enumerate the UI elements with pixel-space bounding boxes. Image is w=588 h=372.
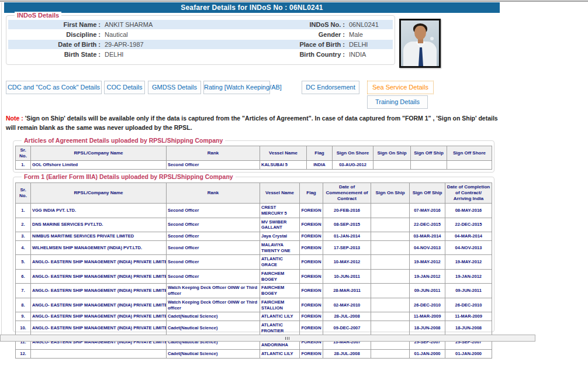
- table-cell: 01-JAN-2000: [445, 350, 492, 359]
- table-header-row: Sr. No.RPSL/Company NameRankVessel NameF…: [16, 183, 492, 204]
- table-cell: Watch Keeping Deck Officer OINW or Third…: [167, 298, 260, 312]
- table-row: 12.Cadet(Nautical Science)ATLANTIC LILYF…: [16, 350, 492, 359]
- table-cell: 17-SEP-2013: [323, 240, 371, 255]
- column-header: Vessel Name: [260, 146, 307, 161]
- table-cell: GOL Offshore Limited: [31, 161, 167, 170]
- table-cell: FOREIGN: [300, 255, 323, 270]
- table-row: 2.DNS MARINE SERVICES PVT.LTD.Second Off…: [16, 218, 492, 232]
- table-cell: FOREIGN: [300, 240, 323, 255]
- table-cell: 11-MAR-2009: [445, 312, 492, 321]
- tab-sea-service-details[interactable]: Sea Service Details: [367, 81, 434, 94]
- column-header: Sign Off Shore: [447, 146, 492, 161]
- tab-gmdss-details[interactable]: GMDSS Details: [148, 81, 201, 94]
- tab-dc-endorsement[interactable]: DC Endorsement: [302, 81, 359, 94]
- table-cell: 04-NOV-2013: [410, 240, 445, 255]
- table-cell: FOREIGN: [300, 218, 323, 232]
- tab-rating-watch-keeping-ab[interactable]: Rating [Watch Keeping/AB]: [203, 81, 270, 94]
- table-cell: Cadet(Nautical Science): [167, 312, 260, 321]
- table-cell: Cadet(Nautical Science): [167, 350, 260, 359]
- table-cell: 10.: [16, 321, 31, 336]
- column-header: Sign Off Ship: [411, 146, 447, 161]
- table-cell: FOREIGN: [300, 321, 323, 336]
- column-header: Rank: [167, 183, 260, 204]
- table-cell: 28-MAR-2011: [323, 284, 371, 298]
- table-cell: 09-JUN-2011: [445, 284, 492, 298]
- table-cell: [371, 350, 410, 359]
- detail-row-first-name: First Name : ANKIT SHARMA INDoS No. : 06…: [8, 20, 393, 29]
- table-row: 5.ANGLO- EASTERN SHIP MANAGEMENT (INDIA)…: [16, 255, 492, 270]
- table-cell: 1.: [16, 204, 31, 218]
- table-cell: Second Officer: [167, 161, 260, 170]
- table-cell: [371, 240, 410, 255]
- column-header: Date of Completion of Contract/ Arriving…: [445, 183, 492, 204]
- table-cell: [371, 298, 410, 312]
- table-cell: 19-JAN-2012: [410, 269, 445, 284]
- table-cell: 4.: [16, 240, 31, 255]
- table-cell: FOREIGN: [300, 312, 323, 321]
- indos-no-value: 06NL0241: [345, 21, 393, 28]
- table-cell: 08-MAY-2016: [445, 204, 492, 218]
- date-of-birth-value: 29-APR-1987: [101, 41, 254, 48]
- table-cell: 03-MAR-2014: [410, 232, 445, 241]
- table-cell: MV SWIBER GALLANT: [260, 218, 300, 232]
- table-cell: NIMBUS MARITIME SERVICES PRIVATE LIMITED: [31, 232, 167, 241]
- table-cell: INDIA: [307, 161, 333, 170]
- column-header: RPSL/Company Name: [31, 183, 167, 204]
- table-cell: FAIRCHEM BOGEY: [260, 269, 300, 284]
- indos-no-label: INDoS No. :: [254, 21, 345, 28]
- table-cell: FAIRCHEM BOGEY: [260, 284, 300, 298]
- table-cell: 22-DEC-2015: [410, 218, 445, 232]
- form1-details-legend: Form 1 (Earlier Form IIIA) Details uploa…: [22, 173, 236, 180]
- column-header: Sign On Shore: [333, 146, 373, 161]
- photo-image: [401, 20, 439, 66]
- table-cell: 19-JAN-2012: [445, 269, 492, 284]
- seafarer-photo: [399, 19, 441, 68]
- table-cell: 18-JUN-2008: [410, 321, 445, 336]
- form1-details-fieldset: Form 1 (Earlier Form IIIA) Details uploa…: [13, 177, 494, 332]
- table-cell: [371, 255, 410, 270]
- table-cell: 18-JUN-2008: [445, 321, 492, 336]
- table-cell: ANGLO- EASTERN SHIP MANAGEMENT (INDIA) P…: [31, 284, 167, 298]
- table-cell: Second Officer: [167, 240, 260, 255]
- table-row: 1.VGG INDIA PVT. LTD.Second OfficerCREST…: [16, 204, 492, 218]
- detail-row-birth-date: Date of Birth : 29-APR-1987 Place of Bir…: [8, 40, 393, 49]
- detail-row-birth-state: Birth State : DELHI Birth Country : INDI…: [8, 50, 393, 59]
- table-cell: Jaya Crystal: [260, 232, 300, 241]
- table-cell: 11-MAR-2009: [410, 312, 445, 321]
- table-cell: [447, 161, 492, 170]
- frame-left-border: [1, 2, 2, 335]
- table-cell: 04-MAR-2014: [445, 232, 492, 241]
- table-cell: 22-DEC-2015: [445, 218, 492, 232]
- table-cell: [371, 321, 410, 336]
- table-cell: FOREIGN: [300, 204, 323, 218]
- table-cell: [371, 232, 410, 241]
- indos-details-fieldset: INDoS Details First Name : ANKIT SHARMA …: [6, 15, 395, 65]
- birth-state-value: DELHI: [101, 51, 254, 58]
- top-frame-splitter[interactable]: [0, 0, 588, 2]
- table-cell: 04-NOV-2013: [445, 240, 492, 255]
- tab-coc-details[interactable]: COC Details: [104, 81, 145, 94]
- table-cell: 20-FEB-2016: [323, 204, 371, 218]
- table-cell: ANGLO- EASTERN SHIP MANAGEMENT (INDIA) P…: [31, 269, 167, 284]
- column-header: Date of Commencement of Contract: [323, 183, 371, 204]
- table-cell: 28-JUL-2008: [323, 350, 371, 359]
- table-cell: Watch Keeping Deck Officer OINW or Third…: [167, 284, 260, 298]
- table-cell: Second Officer: [167, 204, 260, 218]
- tab-cdc-coc-as-cook-details[interactable]: CDC and "CoC as Cook" Details: [6, 81, 102, 94]
- column-header: Sign On Ship: [371, 183, 410, 204]
- table-cell: ATLANTIC GRACE: [260, 255, 300, 270]
- table-cell: 10-JUN-2011: [323, 269, 371, 284]
- table-cell: 3.: [16, 232, 31, 241]
- tab-training-details[interactable]: Training Details: [367, 95, 428, 109]
- bottom-frame-splitter[interactable]: [0, 335, 535, 342]
- place-of-birth-label: Place of Birth :: [254, 41, 345, 48]
- gender-label: Gender :: [254, 31, 345, 38]
- table-cell: 5.: [16, 255, 31, 270]
- table-cell: 10-MAY-2012: [323, 255, 371, 270]
- table-cell: 6.: [16, 269, 31, 284]
- articles-of-agreement-table: Sr. No.RPSL/Company NameRankVessel NameF…: [15, 146, 492, 170]
- discipline-value: Nautical: [101, 31, 254, 38]
- splitter-grip-icon: [285, 337, 289, 340]
- table-cell: 01-JAN-2000: [410, 350, 445, 359]
- table-cell: [371, 312, 410, 321]
